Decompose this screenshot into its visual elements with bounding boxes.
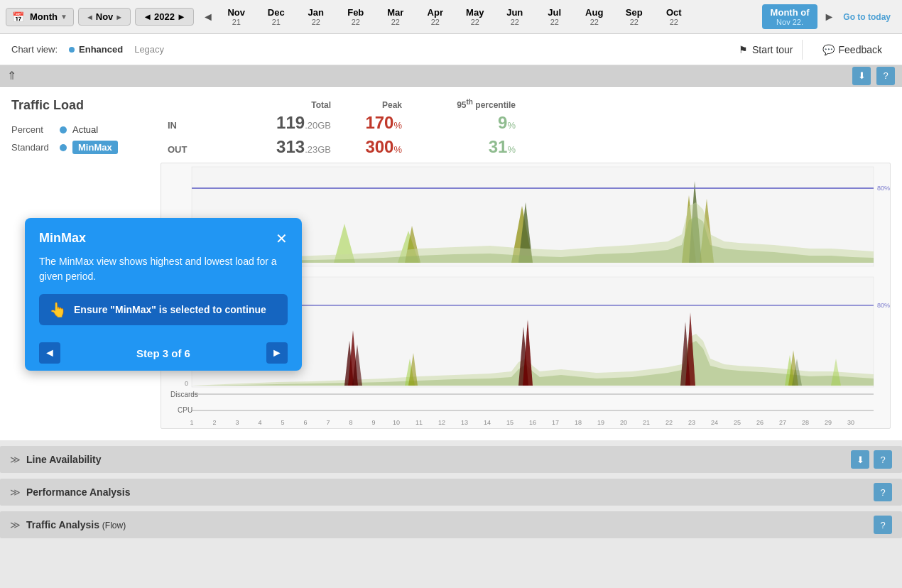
traffic-analysis-section[interactable]: ≫ Traffic Analysis (Flow) ?: [0, 511, 902, 538]
standard-toggle-dot: [60, 144, 67, 151]
dropdown-arrow-icon: ▼: [60, 13, 67, 21]
svg-text:8: 8: [349, 419, 352, 426]
chevron-down-icon-la: ≫: [10, 454, 21, 465]
standard-label: Standard: [11, 142, 54, 153]
help-btn-la[interactable]: ?: [874, 450, 892, 469]
month-of-today-btn[interactable]: Month of Nov 22.: [762, 4, 818, 29]
percent-toggle-dot: [60, 126, 67, 134]
in-percentile-value: 9: [498, 113, 507, 132]
help-btn-ta[interactable]: ?: [874, 516, 892, 534]
month-item-nov21[interactable]: Nov 21: [217, 4, 256, 29]
help-btn-pa[interactable]: ?: [874, 483, 892, 501]
svg-text:20: 20: [620, 419, 627, 426]
out-peak-unit: %: [393, 144, 402, 155]
download-btn-la[interactable]: ⬇: [851, 450, 869, 469]
month-item-feb22[interactable]: Feb 22: [336, 4, 376, 29]
tooltip-action-text: Ensure "MinMax" is selected to continue: [74, 304, 266, 315]
enhanced-option[interactable]: Enhanced: [69, 44, 123, 55]
in-total-decimal: .20GB: [305, 120, 331, 131]
in-peak-value: 170: [365, 113, 393, 132]
enhanced-dot-icon: [69, 47, 75, 53]
svg-text:80%: 80%: [877, 302, 890, 309]
percent-control-row: Percent Actual: [11, 124, 161, 135]
legacy-label: Legacy: [134, 44, 164, 55]
download-icon-btn[interactable]: ⬇: [852, 67, 871, 85]
section-bar-right-la: ⬇ ?: [851, 450, 892, 469]
out-total-decimal: .23GB: [305, 144, 331, 155]
month-selector[interactable]: 📅 Month ▼: [6, 8, 74, 26]
svg-text:27: 27: [779, 419, 786, 426]
chevron-down-icon-ta: ≫: [10, 519, 21, 530]
svg-text:28: 28: [802, 419, 809, 426]
svg-text:26: 26: [756, 419, 764, 426]
line-availability-title: Line Availability: [26, 454, 102, 465]
svg-text:25: 25: [734, 419, 741, 426]
tooltip-close-button[interactable]: ✕: [276, 232, 288, 246]
collapse-bar: ⇑ ⬇ ?: [0, 65, 902, 87]
hand-pointing-icon: 👆: [49, 301, 67, 318]
tooltip-next-button[interactable]: ►: [266, 342, 288, 364]
month-of-date: Nov 22.: [776, 18, 803, 26]
svg-text:0: 0: [185, 380, 188, 387]
month-item-dec21[interactable]: Dec 21: [256, 4, 296, 29]
svg-text:18: 18: [575, 419, 582, 426]
stats-header-row: Total Peak 95th percentile: [161, 98, 891, 110]
section-bar-left-ta: ≫ Traffic Analysis (Flow): [10, 519, 126, 530]
collapse-button[interactable]: ⇑: [7, 69, 16, 82]
section-bar-left-pa: ≫ Performance Analysis: [10, 486, 131, 498]
prev-year-arrow-icon: ◄: [143, 11, 152, 22]
month-item-aug22[interactable]: Aug 22: [575, 4, 614, 29]
month-item-may22[interactable]: May 22: [455, 4, 495, 29]
enhanced-label: Enhanced: [79, 44, 123, 55]
main-content: Traffic Load Percent Actual Standard Min…: [0, 87, 902, 440]
minmax-label[interactable]: MinMax: [72, 141, 118, 154]
traffic-analysis-title: Traffic Analysis (Flow): [26, 519, 126, 530]
performance-analysis-section[interactable]: ≫ Performance Analysis ?: [0, 479, 902, 506]
line-availability-section[interactable]: ≫ Line Availability ⬇ ?: [0, 446, 902, 473]
svg-text:23: 23: [688, 419, 695, 426]
month-item-mar22[interactable]: Mar 22: [376, 4, 415, 29]
current-year-btn[interactable]: ◄ 2022 ►: [135, 8, 194, 26]
svg-text:19: 19: [597, 419, 604, 426]
svg-text:15: 15: [506, 419, 514, 426]
month-item-jul22[interactable]: Jul 22: [535, 4, 575, 29]
strip-next-arrow[interactable]: ►: [820, 9, 837, 25]
svg-text:24: 24: [711, 419, 718, 426]
in-stats-row: IN 119.20GB 170% 9%: [161, 113, 891, 133]
section-bar-right-pa: ?: [874, 483, 892, 501]
total-header: Total: [203, 100, 331, 110]
feedback-button[interactable]: 💬 Feedback: [814, 40, 891, 60]
go-to-today-btn[interactable]: Go to today: [837, 9, 896, 25]
peak-header: Peak: [331, 100, 402, 110]
tooltip-prev-button[interactable]: ◄: [39, 342, 60, 364]
month-item-jan22[interactable]: Jan 22: [296, 4, 336, 29]
strip-prev-arrow[interactable]: ◄: [200, 9, 217, 25]
legacy-option[interactable]: Legacy: [134, 44, 164, 55]
svg-text:Discards: Discards: [170, 391, 198, 398]
in-direction-label: IN: [168, 120, 203, 131]
start-tour-label: Start tour: [752, 44, 793, 55]
out-peak: 300%: [331, 137, 402, 157]
start-tour-button[interactable]: ⚑ Start tour: [730, 40, 803, 60]
svg-text:10: 10: [393, 419, 400, 426]
out-direction-label: OUT: [168, 144, 203, 155]
current-month-btn[interactable]: ◄ Nov ►: [78, 8, 131, 26]
month-item-sep22[interactable]: Sep 22: [614, 4, 654, 29]
svg-text:5: 5: [281, 419, 284, 426]
svg-text:13: 13: [461, 419, 468, 426]
month-item-oct22[interactable]: Oct 22: [654, 4, 694, 29]
in-percentile-unit: %: [507, 120, 516, 131]
section-bar-left-la: ≫ Line Availability: [10, 454, 102, 465]
svg-text:6: 6: [303, 419, 307, 426]
svg-text:4: 4: [258, 419, 261, 426]
out-total: 313.23GB: [203, 137, 331, 157]
help-icon-btn[interactable]: ?: [876, 67, 895, 85]
in-peak-unit: %: [393, 120, 402, 131]
month-item-apr22[interactable]: Apr 22: [415, 4, 455, 29]
current-month-text: Nov: [96, 11, 114, 22]
top-navigation: 📅 Month ▼ ◄ Nov ► ◄ 2022 ► ◄ Nov 21 Dec …: [0, 0, 902, 34]
month-item-jun22[interactable]: Jun 22: [495, 4, 535, 29]
calendar-icon: 📅: [12, 11, 24, 23]
svg-text:7: 7: [326, 419, 330, 426]
feedback-label: Feedback: [839, 44, 882, 55]
